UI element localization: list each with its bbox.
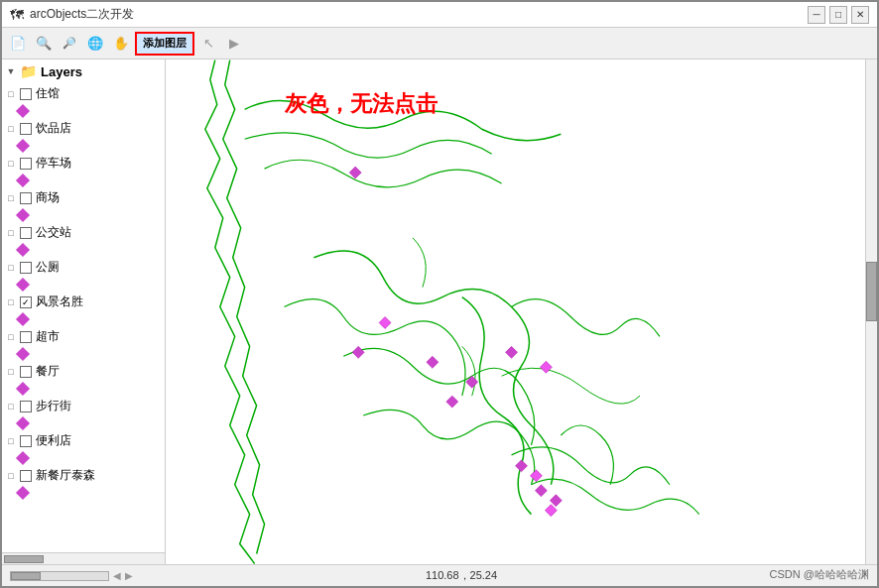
diamond-icon-chaoshi xyxy=(16,347,30,361)
map-area[interactable]: 灰色，无法点击 xyxy=(166,59,877,564)
new-document-button[interactable]: 📄 xyxy=(6,32,30,56)
annotation-text: 灰色，无法点击 xyxy=(285,89,438,119)
window-title: arcObjects二次开发 xyxy=(30,6,134,23)
expand-icon[interactable]: □ xyxy=(6,124,16,134)
expand-icon[interactable]: □ xyxy=(6,159,16,169)
layer-item-yinpindian[interactable]: □ 饮品店 xyxy=(2,118,165,139)
hscrollbar-thumb[interactable] xyxy=(11,572,41,580)
layer-symbol-zhuguan xyxy=(2,104,165,118)
diamond-icon-canting xyxy=(16,382,30,396)
checkbox-canting[interactable] xyxy=(20,366,32,378)
layer-symbol-gonghuo xyxy=(2,278,165,292)
select-button[interactable]: ↖ xyxy=(196,32,220,56)
title-bar-left: 🗺 arcObjects二次开发 xyxy=(10,6,134,23)
checkbox-zhuguan[interactable] xyxy=(20,88,32,100)
diamond-icon-fengjing xyxy=(16,312,30,326)
layer-symbol-tingchechang xyxy=(2,174,165,187)
scroll-arrow-left[interactable]: ◀ xyxy=(113,570,121,581)
scroll-arrow-right[interactable]: ▶ xyxy=(125,570,133,581)
layer-symbol-bianlidian xyxy=(2,451,165,465)
hscrollbar-track[interactable] xyxy=(10,571,109,581)
layers-expand-icon[interactable]: ▼ xyxy=(6,66,16,76)
checkbox-gonghuo[interactable] xyxy=(20,262,32,274)
layer-item-buxingjie[interactable]: □ 步行街 xyxy=(2,396,165,416)
diamond-icon-xincan xyxy=(16,486,30,500)
diamond-icon-bianlidian xyxy=(16,451,30,465)
diamond-icon-shangchang xyxy=(16,208,30,222)
svg-rect-0 xyxy=(166,60,877,564)
layer-item-chaoshi[interactable]: □ 超市 xyxy=(2,326,165,347)
expand-icon[interactable]: □ xyxy=(6,436,16,446)
expand-icon[interactable]: □ xyxy=(6,228,16,238)
arrow-button[interactable]: ▶ xyxy=(222,32,246,56)
close-button[interactable]: ✕ xyxy=(851,6,869,24)
layer-label-gongjiaozhan: 公交站 xyxy=(36,224,71,241)
layer-label-bianlidian: 便利店 xyxy=(36,432,71,449)
layer-list-scroll[interactable]: ▼ 📁 Layers □ 住馆 □ 饮品店 xyxy=(2,59,165,552)
title-bar: 🗺 arcObjects二次开发 ─ □ ✕ xyxy=(2,2,877,28)
checkbox-buxingjie[interactable] xyxy=(20,401,32,412)
layer-item-tingchechang[interactable]: □ 停车场 xyxy=(2,153,165,174)
layer-label-buxingjie: 步行街 xyxy=(36,398,71,414)
layer-item-shangchang[interactable]: □ 商场 xyxy=(2,187,165,208)
expand-icon[interactable]: □ xyxy=(6,367,16,377)
layer-label-yinpindian: 饮品店 xyxy=(36,120,71,137)
layer-label-canting: 餐厅 xyxy=(36,363,60,380)
layer-label-zhuguan: 住馆 xyxy=(36,85,60,102)
layer-symbol-gongjiaozhan xyxy=(2,243,165,257)
layer-item-zhuguan[interactable]: □ 住馆 xyxy=(2,83,165,104)
layer-item-bianlidian[interactable]: □ 便利店 xyxy=(2,430,165,451)
layer-item-xincan[interactable]: □ 新餐厅泰森 xyxy=(2,465,165,486)
diamond-icon-zhuguan xyxy=(16,104,30,118)
expand-icon[interactable]: □ xyxy=(6,471,16,481)
expand-icon[interactable]: □ xyxy=(6,402,16,412)
layer-item-canting[interactable]: □ 餐厅 xyxy=(2,361,165,382)
coordinates-text: 110.68，25.24 xyxy=(426,569,497,581)
layer-label-gonghuo: 公厕 xyxy=(36,259,60,276)
layers-title: Layers xyxy=(41,64,82,79)
sidebar-hscrollbar-thumb[interactable] xyxy=(4,555,44,563)
layer-symbol-fengjing xyxy=(2,312,165,326)
main-area: ▼ 📁 Layers □ 住馆 □ 饮品店 xyxy=(2,59,877,564)
status-scroll-left: ◀ ▶ xyxy=(10,570,133,581)
coordinates-display: 110.68，25.24 xyxy=(133,568,790,583)
globe-button[interactable]: 🌐 xyxy=(83,32,107,56)
map-scrollbar-right[interactable] xyxy=(865,59,877,564)
layer-label-fengjing: 风景名胜 xyxy=(36,294,83,310)
layer-symbol-yinpindian xyxy=(2,139,165,153)
map-svg xyxy=(166,59,877,564)
minimize-button[interactable]: ─ xyxy=(808,6,825,24)
layer-item-gongjiaozhan[interactable]: □ 公交站 xyxy=(2,222,165,243)
checkbox-fengjing[interactable]: ✓ xyxy=(20,296,32,308)
status-bar: ◀ ▶ 110.68，25.24 xyxy=(2,564,877,586)
checkbox-xincan[interactable] xyxy=(20,470,32,482)
layers-folder-icon: 📁 xyxy=(20,63,37,79)
sidebar-hscrollbar[interactable] xyxy=(2,552,165,564)
zoom-in-button[interactable]: 🔍 xyxy=(32,32,56,56)
expand-icon[interactable]: □ xyxy=(6,193,16,203)
add-layer-button[interactable]: 添加图层 xyxy=(135,32,194,56)
checkbox-yinpindian[interactable] xyxy=(20,123,32,135)
expand-icon[interactable]: □ xyxy=(6,263,16,273)
layer-symbol-canting xyxy=(2,382,165,396)
checkbox-tingchechang[interactable] xyxy=(20,158,32,170)
checkbox-gongjiaozhan[interactable] xyxy=(20,227,32,239)
diamond-icon-tingchechang xyxy=(16,174,30,187)
zoom-out-button[interactable]: 🔎 xyxy=(58,32,81,56)
expand-icon[interactable]: □ xyxy=(6,297,16,307)
diamond-icon-buxingjie xyxy=(16,416,30,430)
checkbox-shangchang[interactable] xyxy=(20,192,32,204)
checkbox-chaoshi[interactable] xyxy=(20,331,32,343)
layer-label-shangchang: 商场 xyxy=(36,189,60,206)
map-scrollbar-thumb[interactable] xyxy=(866,262,877,321)
restore-button[interactable]: □ xyxy=(829,6,847,24)
layer-item-gonghuo[interactable]: □ 公厕 xyxy=(2,257,165,278)
expand-icon[interactable]: □ xyxy=(6,89,16,99)
diamond-icon-yinpindian xyxy=(16,139,30,153)
layer-label-xincan: 新餐厅泰森 xyxy=(36,467,95,484)
pan-button[interactable]: ✋ xyxy=(109,32,133,56)
title-bar-controls: ─ □ ✕ xyxy=(808,6,869,24)
layer-item-fengjing[interactable]: □ ✓ 风景名胜 xyxy=(2,292,165,312)
expand-icon[interactable]: □ xyxy=(6,332,16,342)
checkbox-bianlidian[interactable] xyxy=(20,435,32,447)
